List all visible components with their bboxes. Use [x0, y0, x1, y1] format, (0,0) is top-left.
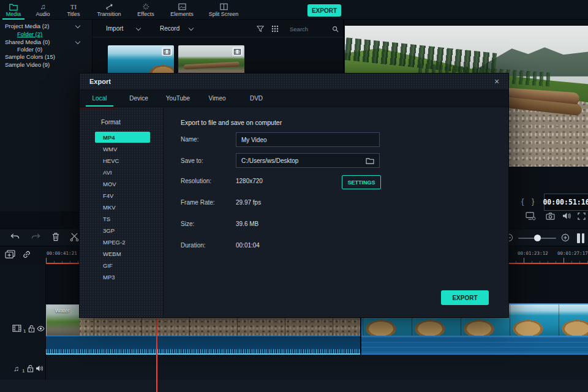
browse-folder-icon[interactable] — [366, 157, 374, 164]
save-to-input[interactable]: C:/Users/ws/Desktop — [236, 153, 380, 168]
music-note-icon: ♫ — [40, 3, 46, 10]
lock-icon[interactable] — [27, 364, 34, 372]
export-button-dialog[interactable]: EXPORT — [441, 290, 489, 305]
close-icon[interactable]: × — [491, 76, 502, 87]
tab-transition[interactable]: Transition — [91, 0, 127, 20]
format-option-f4v[interactable]: F4V — [103, 190, 152, 201]
timecode-display[interactable]: 00:00:51:16 — [544, 194, 588, 211]
format-label: Format — [101, 119, 121, 126]
format-option-mp4[interactable]: MP4 — [95, 132, 150, 143]
folder-media-icon — [9, 3, 18, 10]
settings-button[interactable]: SETTINGS — [342, 175, 381, 189]
eye-icon[interactable] — [37, 325, 45, 332]
tab-audio[interactable]: ♫ Audio — [29, 0, 56, 20]
format-option-gif[interactable]: GIF — [103, 260, 152, 271]
chevron-down-icon[interactable] — [75, 23, 80, 28]
record-button[interactable]: Record — [160, 25, 179, 32]
import-button[interactable]: Import — [106, 25, 123, 32]
sidebar-item-shared-media[interactable]: Shared Media (0) — [5, 39, 50, 45]
lock-icon[interactable] — [28, 325, 35, 333]
mark-in-brace[interactable]: { — [521, 197, 524, 206]
clip-audio-block[interactable] — [361, 336, 588, 355]
fullscreen-icon[interactable] — [578, 213, 586, 220]
tab-elements[interactable]: Elements — [164, 0, 200, 20]
display-device-icon[interactable] — [526, 212, 536, 221]
tab-split-screen[interactable]: Split Screen — [202, 0, 245, 20]
format-option-webm[interactable]: WEBM — [103, 248, 152, 259]
chevron-down-icon[interactable] — [75, 39, 80, 44]
speaker-icon[interactable] — [36, 365, 43, 372]
format-option-mkv[interactable]: MKV — [103, 202, 152, 213]
dialog-tab-device[interactable]: Device — [121, 90, 156, 107]
chevron-down-icon[interactable] — [136, 26, 141, 31]
format-column-accent — [80, 108, 116, 110]
search-placeholder: Search — [290, 26, 308, 32]
format-option-mpeg2[interactable]: MPEG-2 — [103, 236, 152, 247]
chevron-down-icon[interactable] — [189, 26, 194, 31]
tab-label: Media — [6, 11, 21, 17]
sidebar-item-sample-video[interactable]: Sample Video (9) — [5, 61, 50, 68]
app-window: Media ♫ Audio TI Titles Transition Effec… — [0, 0, 588, 392]
dialog-titlebar[interactable]: Export × — [80, 74, 508, 90]
format-option-avi[interactable]: AVI — [103, 167, 152, 178]
name-input[interactable]: My Video — [236, 132, 380, 147]
duplicate-icon[interactable] — [5, 250, 15, 259]
dialog-tab-dvd[interactable]: DVD — [239, 90, 274, 107]
timeline-zoom-knob[interactable] — [534, 235, 541, 241]
format-option-ts[interactable]: TS — [103, 213, 152, 224]
search-input[interactable]: Search — [287, 23, 341, 35]
zoom-in-icon[interactable] — [561, 233, 570, 242]
redo-icon[interactable] — [31, 233, 41, 241]
transition-icon — [105, 3, 113, 10]
snapshot-camera-icon[interactable] — [546, 213, 555, 220]
name-label: Name: — [181, 136, 198, 143]
tab-media[interactable]: Media — [1, 0, 26, 20]
ruler-timestamp: 00:01:23:12 — [518, 251, 548, 256]
video-clip-badge-icon — [162, 47, 172, 56]
video-track-number: 1 — [23, 328, 26, 334]
titles-icon: TI — [70, 3, 77, 10]
mark-out-brace[interactable]: } — [532, 197, 534, 206]
tab-effects[interactable]: Effects — [130, 0, 162, 20]
tab-label: Transition — [97, 11, 121, 17]
tab-label: Audio — [36, 11, 50, 17]
dialog-tab-vimeo[interactable]: Vimeo — [200, 90, 235, 107]
sidebar-item-sample-colors[interactable]: Sample Colors (15) — [5, 53, 55, 60]
undo-icon[interactable] — [10, 233, 20, 241]
audio-track-lane[interactable] — [46, 355, 588, 380]
name-value: My Video — [241, 137, 267, 143]
scissors-split-icon[interactable] — [70, 232, 79, 241]
filter-icon[interactable] — [257, 25, 264, 32]
dialog-heading: Export to file and save on computer — [181, 119, 282, 126]
format-option-3gp[interactable]: 3GP — [103, 225, 152, 236]
link-icon[interactable] — [22, 250, 31, 259]
picture-icon — [178, 3, 186, 10]
clip-audio-waveform[interactable] — [46, 336, 360, 355]
format-option-hevc[interactable]: HEVC — [103, 155, 152, 166]
dialog-tabbar: Local Device YouTube Vimeo DVD — [80, 90, 508, 107]
speaker-icon[interactable] — [562, 212, 571, 220]
save-to-label: Save to: — [181, 157, 203, 164]
dialog-tab-youtube[interactable]: YouTube — [160, 90, 195, 107]
format-column: Format MP4 WMV HEVC AVI MOV F4V MKV TS 3… — [80, 107, 164, 317]
format-option-mov[interactable]: MOV — [103, 178, 152, 189]
dialog-tab-local[interactable]: Local — [82, 90, 117, 107]
duration-value: 00:01:04 — [236, 242, 260, 249]
tab-label: Titles — [67, 11, 80, 17]
video-track-icon — [12, 325, 21, 332]
resolution-label: Resolution: — [181, 178, 211, 184]
trash-icon[interactable] — [51, 232, 60, 241]
export-button-top[interactable]: EXPORT — [307, 4, 341, 17]
format-option-wmv[interactable]: WMV — [103, 143, 152, 154]
grid-view-icon[interactable] — [271, 25, 279, 32]
sidebar-item-folder-2[interactable]: Folder (2) — [17, 31, 42, 37]
tab-titles[interactable]: TI Titles — [60, 0, 87, 20]
export-dialog: Export × Local Device YouTube Vimeo DVD … — [80, 74, 508, 317]
sidebar-item-project-media[interactable]: Project Media (2) — [5, 23, 49, 29]
waveform-bars — [46, 349, 360, 353]
format-option-mp3[interactable]: MP3 — [103, 271, 152, 282]
size-label: Size: — [181, 221, 194, 227]
dialog-title: Export — [89, 78, 111, 85]
sidebar-item-folder-0[interactable]: Folder (0) — [17, 46, 42, 53]
fit-to-timeline-icon[interactable] — [577, 233, 586, 243]
